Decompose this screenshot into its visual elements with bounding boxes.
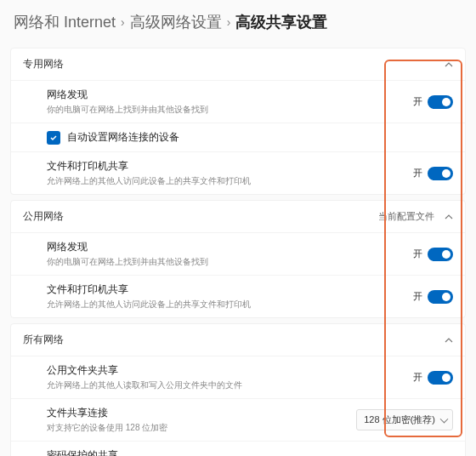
- breadcrumb-link-network[interactable]: 网络和 Internet: [14, 12, 116, 32]
- row-auto-setup: 自动设置网络连接的设备: [11, 123, 465, 151]
- chevron-up-icon: [445, 60, 453, 69]
- section-private-network: 专用网络 网络发现 你的电脑可在网络上找到并由其他设备找到 开 自动设置网络连接…: [10, 48, 466, 195]
- section-title: 公用网络: [23, 209, 64, 224]
- page-title: 高级共享设置: [235, 12, 327, 32]
- setting-title: 公用文件夹共享: [47, 363, 242, 378]
- toggle-network-discovery[interactable]: [428, 248, 453, 261]
- toggle-state: 开: [413, 290, 422, 303]
- setting-title: 文件共享连接: [47, 406, 167, 420]
- row-file-sharing-connection: 文件共享连接 对支持它的设备使用 128 位加密 128 位加密(推荐): [11, 398, 465, 441]
- section-public-network: 公用网络 当前配置文件 网络发现 你的电脑可在网络上找到并由其他设备找到 开 文…: [10, 200, 466, 318]
- breadcrumb-link-advanced[interactable]: 高级网络设置: [130, 12, 222, 32]
- setting-title: 文件和打印机共享: [47, 282, 251, 297]
- toggle-state: 开: [413, 167, 422, 180]
- setting-title: 网络发现: [47, 240, 208, 254]
- toggle-public-folder[interactable]: [428, 371, 453, 385]
- setting-title: 网络发现: [47, 88, 208, 102]
- setting-desc: 允许网络上的其他人访问此设备上的共享文件和打印机: [47, 175, 251, 187]
- chevron-right-icon: ›: [121, 15, 125, 29]
- row-file-printer-sharing: 文件和打印机共享 允许网络上的其他人访问此设备上的共享文件和打印机 开: [11, 275, 465, 317]
- setting-title: 文件和打印机共享: [47, 159, 251, 174]
- row-network-discovery: 网络发现 你的电脑可在网络上找到并由其他设备找到 开: [11, 80, 465, 123]
- current-profile-tag: 当前配置文件: [378, 210, 434, 223]
- chevron-right-icon: ›: [227, 15, 231, 29]
- section-title: 专用网络: [23, 57, 64, 71]
- checkbox-auto-setup[interactable]: [47, 131, 60, 145]
- section-all-networks: 所有网络 公用文件夹共享 允许网络上的其他人读取和写入公用文件夹中的文件 开 文…: [10, 323, 466, 456]
- setting-desc: 对支持它的设备使用 128 位加密: [47, 422, 167, 434]
- toggle-state: 开: [413, 95, 422, 108]
- setting-desc: 你的电脑可在网络上找到并由其他设备找到: [47, 104, 208, 116]
- section-header-public[interactable]: 公用网络 当前配置文件: [11, 201, 465, 232]
- row-file-printer-sharing: 文件和打印机共享 允许网络上的其他人访问此设备上的共享文件和打印机 开: [11, 151, 465, 194]
- checkbox-label: 自动设置网络连接的设备: [67, 130, 179, 145]
- row-password-protected-sharing: 密码保护的共享 只有在此电脑上拥有用户帐户和密码的人员才能访问共享文件、打印机和…: [11, 441, 465, 456]
- row-public-folder-sharing: 公用文件夹共享 允许网络上的其他人读取和写入公用文件夹中的文件 开: [11, 356, 465, 398]
- toggle-state: 开: [413, 248, 422, 260]
- setting-title: 密码保护的共享: [47, 448, 361, 456]
- toggle-network-discovery[interactable]: [428, 95, 453, 109]
- row-network-discovery: 网络发现 你的电脑可在网络上找到并由其他设备找到 开: [11, 232, 465, 275]
- setting-desc: 你的电脑可在网络上找到并由其他设备找到: [47, 256, 208, 268]
- section-header-all[interactable]: 所有网络: [11, 324, 465, 356]
- chevron-up-icon: [445, 336, 453, 345]
- section-title: 所有网络: [23, 333, 64, 347]
- dropdown-encryption[interactable]: 128 位加密(推荐): [356, 409, 453, 430]
- breadcrumb: 网络和 Internet › 高级网络设置 › 高级共享设置: [0, 0, 476, 43]
- setting-desc: 允许网络上的其他人访问此设备上的共享文件和打印机: [47, 299, 251, 311]
- section-header-private[interactable]: 专用网络: [11, 48, 465, 80]
- setting-desc: 允许网络上的其他人读取和写入公用文件夹中的文件: [47, 379, 242, 391]
- chevron-up-icon: [445, 213, 453, 221]
- toggle-file-printer[interactable]: [428, 167, 453, 180]
- toggle-state: 开: [413, 371, 422, 384]
- toggle-file-printer[interactable]: [428, 290, 453, 304]
